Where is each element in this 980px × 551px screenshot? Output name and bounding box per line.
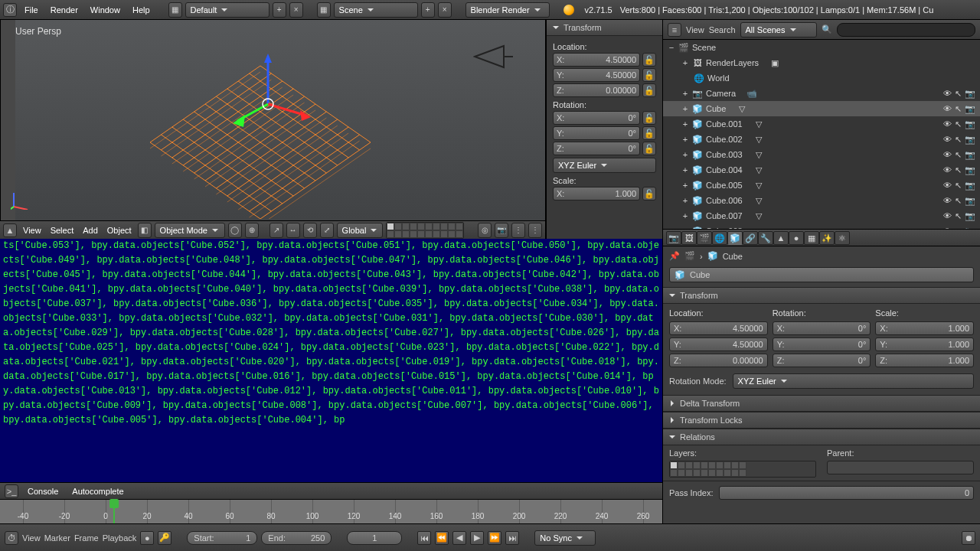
- orientation-dropdown[interactable]: Global: [337, 223, 383, 238]
- cursor-icon[interactable]: ↖: [955, 150, 962, 160]
- cursor-icon[interactable]: ↖: [955, 181, 962, 191]
- outliner-item[interactable]: +🧊Cube.006▽👁↖📷: [663, 193, 980, 208]
- outliner-item[interactable]: +🧊Cube.002▽👁↖📷: [663, 132, 980, 147]
- manip-scale-icon[interactable]: ⤢: [320, 223, 334, 238]
- timeline-menu-marker[interactable]: Marker: [44, 533, 70, 543]
- delta-transform-header[interactable]: Delta Transform: [663, 395, 980, 412]
- render-icon[interactable]: 📷: [965, 150, 975, 160]
- timeline-menu-frame[interactable]: Frame: [74, 533, 99, 543]
- scene-dropdown[interactable]: Scene: [334, 2, 418, 18]
- lock-icon[interactable]: 🔓: [642, 53, 656, 67]
- menu-render[interactable]: Render: [46, 2, 83, 18]
- mode-dropdown[interactable]: Object Mode: [155, 223, 225, 238]
- cursor-icon[interactable]: ↖: [955, 104, 962, 114]
- scene-del-button[interactable]: ×: [438, 2, 452, 18]
- console-menu-autocomplete[interactable]: Autocomplete: [67, 487, 128, 496]
- eye-icon[interactable]: 👁: [943, 150, 952, 160]
- current-frame-field[interactable]: 1: [347, 531, 402, 545]
- cursor-icon[interactable]: ↖: [955, 211, 962, 221]
- render-engine-dropdown[interactable]: Blender Render: [466, 2, 550, 18]
- props-rot-z[interactable]: Z:0°: [773, 354, 871, 367]
- outliner-item[interactable]: +🧊Cube▽👁↖📷: [663, 101, 980, 116]
- lock-icon[interactable]: 🔓: [642, 142, 656, 155]
- editor-type-icon[interactable]: ⓘ: [3, 3, 17, 17]
- tab-constraints-icon[interactable]: 🔗: [743, 231, 758, 245]
- cursor-icon[interactable]: ↖: [955, 135, 962, 145]
- layer-buttons[interactable]: [386, 222, 464, 239]
- snap-icon[interactable]: ◎: [478, 223, 492, 238]
- tab-render-icon[interactable]: 📷: [666, 231, 681, 245]
- tab-scene-icon[interactable]: 🎬: [697, 231, 712, 245]
- shading-icon[interactable]: ◯: [228, 223, 242, 238]
- eye-icon[interactable]: 👁: [943, 196, 952, 206]
- manipulator-icon[interactable]: ↗: [270, 223, 283, 238]
- outliner-camera[interactable]: +📷Camera📹👁↖📷: [663, 86, 980, 101]
- render-icon[interactable]: 📷: [965, 104, 975, 114]
- render-icon[interactable]: 📷: [965, 196, 975, 206]
- outliner-item[interactable]: +🧊Cube.004▽👁↖📷: [663, 162, 980, 178]
- passindex-field[interactable]: 0: [719, 486, 974, 500]
- play-icon[interactable]: ▶: [470, 531, 484, 545]
- outliner-menu-view[interactable]: View: [686, 25, 704, 34]
- transform-locks-header[interactable]: Transform Locks: [663, 412, 980, 429]
- loc-x-field[interactable]: X:4.50000: [553, 53, 640, 67]
- tab-physics-icon[interactable]: ⚛: [835, 231, 850, 245]
- menu-window[interactable]: Window: [86, 2, 125, 18]
- timeline-menu-view[interactable]: View: [22, 533, 41, 543]
- lock-icon[interactable]: 🔓: [642, 83, 656, 97]
- auto-keyframe-icon[interactable]: ●: [140, 531, 154, 545]
- rot-y-field[interactable]: Y:0°: [553, 126, 640, 140]
- eye-icon[interactable]: 👁: [943, 211, 952, 221]
- outliner-item[interactable]: +🧊Cube.005▽👁↖📷: [663, 178, 980, 193]
- lock-icon[interactable]: 🔓: [642, 68, 656, 82]
- outliner-item[interactable]: +🧊Cube.007▽👁↖📷: [663, 208, 980, 223]
- tab-object-icon[interactable]: 🧊: [727, 231, 743, 245]
- start-frame-field[interactable]: Start:1: [187, 531, 257, 545]
- props-loc-z[interactable]: Z:0.00000: [669, 354, 768, 367]
- outliner-item[interactable]: +🧊Cube.008▽👁↖📷: [663, 223, 980, 230]
- layout-add-button[interactable]: +: [273, 2, 286, 18]
- jump-end-icon[interactable]: ⏭: [505, 531, 519, 545]
- outliner-item[interactable]: +🧊Cube.001▽👁↖📷: [663, 116, 980, 132]
- tab-renderlayers-icon[interactable]: 🖼: [681, 231, 697, 245]
- transform-section-header[interactable]: Transform: [663, 287, 980, 304]
- manip-rotate-icon[interactable]: ⟲: [303, 223, 317, 238]
- outliner-filter-dropdown[interactable]: All Scenes: [740, 22, 817, 37]
- play-reverse-icon[interactable]: ◀: [452, 531, 466, 545]
- menu-file[interactable]: File: [20, 2, 43, 18]
- end-frame-field[interactable]: End:250: [261, 531, 332, 545]
- scene-add-button[interactable]: +: [421, 2, 435, 18]
- eye-icon[interactable]: 👁: [943, 181, 952, 191]
- props-scl-y[interactable]: Y:1.000: [875, 337, 974, 351]
- eye-icon[interactable]: 👁: [943, 165, 952, 175]
- python-console[interactable]: ts['Cube.053'], bpy.data.objects['Cube.0…: [0, 239, 662, 482]
- props-rot-x[interactable]: X:0°: [773, 321, 871, 335]
- lock-icon[interactable]: 🔓: [642, 126, 656, 140]
- outliner-item[interactable]: +🧊Cube.003▽👁↖📷: [663, 147, 980, 162]
- props-loc-y[interactable]: Y:4.50000: [669, 337, 768, 351]
- eye-icon[interactable]: 👁: [943, 119, 952, 129]
- 3dview-menu-view[interactable]: View: [20, 226, 44, 235]
- menu-help[interactable]: Help: [128, 2, 155, 18]
- render-icon[interactable]: 📷: [965, 89, 975, 99]
- tab-texture-icon[interactable]: ▦: [804, 231, 819, 245]
- console-menu-console[interactable]: Console: [23, 487, 63, 496]
- eye-icon[interactable]: 👁: [943, 104, 952, 114]
- jump-start-icon[interactable]: ⏮: [417, 531, 431, 545]
- render-icon[interactable]: 📷: [965, 119, 975, 129]
- tab-modifiers-icon[interactable]: 🔧: [758, 231, 773, 245]
- outliner-renderlayers[interactable]: +🖼RenderLayers▣: [663, 55, 980, 70]
- playhead[interactable]: [113, 500, 115, 523]
- editor-type-console-icon[interactable]: >_: [5, 484, 18, 498]
- transform-panel-header[interactable]: Transform: [547, 20, 662, 36]
- transform-gizmo[interactable]: [230, 51, 322, 142]
- rot-z-field[interactable]: Z:0°: [553, 142, 640, 155]
- timeline-menu-playback[interactable]: Playback: [103, 533, 137, 543]
- render-icon[interactable]: 📷: [965, 211, 975, 221]
- render-icon[interactable]: 📷: [965, 135, 975, 145]
- props-rot-y[interactable]: Y:0°: [773, 337, 871, 351]
- opts-icon-1[interactable]: ⋮: [511, 223, 525, 238]
- keyframe-next-icon[interactable]: ⏩: [488, 531, 501, 545]
- screen-layout-dropdown[interactable]: Default: [185, 2, 270, 18]
- rotation-mode-dropdown[interactable]: XYZ Euler: [553, 158, 656, 173]
